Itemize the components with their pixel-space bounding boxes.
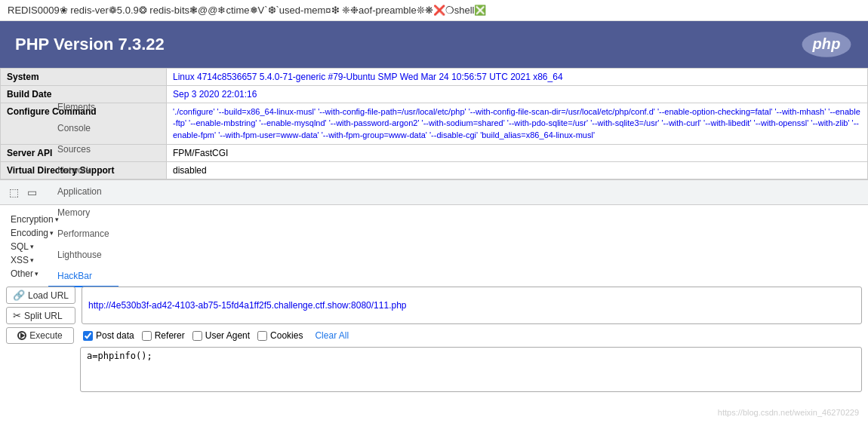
split-url-icon: ✂ bbox=[13, 310, 21, 321]
load-url-label: Load URL bbox=[28, 290, 69, 301]
php-logo: php bbox=[800, 30, 853, 59]
checkbox-input-cookies[interactable] bbox=[257, 331, 267, 341]
dropdown-arrow-icon: ▾ bbox=[30, 256, 34, 264]
checkbox-label-text: Post data bbox=[96, 330, 134, 341]
inspect-icon[interactable]: ⬚ bbox=[6, 185, 21, 200]
redis-text: REDIS0009❀ redis-ver❁5.0.9❂ redis-bits❃@… bbox=[8, 5, 486, 16]
checkbox-input-post-data[interactable] bbox=[83, 331, 93, 341]
menu-other[interactable]: Other▾ bbox=[6, 267, 43, 280]
load-url-icon: 🔗 bbox=[13, 290, 25, 301]
hackbar-menus: Encryption▾Encoding▾SQL▾XSS▾Other▾ bbox=[6, 213, 63, 280]
checkbox-input-user-agent[interactable] bbox=[192, 331, 202, 341]
php-table-value: './configure' '--build=x86_64-linux-musl… bbox=[167, 103, 868, 145]
post-data-area bbox=[6, 347, 862, 392]
tab-console[interactable]: Console bbox=[48, 118, 119, 139]
dropdown-arrow-icon: ▾ bbox=[55, 216, 59, 223]
menu-encoding[interactable]: Encoding▾ bbox=[6, 226, 58, 240]
dropdown-arrow-icon: ▾ bbox=[30, 243, 34, 250]
redis-bar: REDIS0009❀ redis-ver❁5.0.9❂ redis-bits❃@… bbox=[0, 0, 868, 21]
watermark-text: https://blog.csdn.net/weixin_46270229 bbox=[718, 408, 859, 417]
checkbox-label-text: Cookies bbox=[270, 330, 303, 341]
php-table-value: FPM/FastCGI bbox=[167, 145, 868, 162]
execute-row: Execute Post dataRefererUser AgentCookie… bbox=[6, 327, 862, 344]
checkbox-user-agent[interactable]: User Agent bbox=[192, 330, 250, 341]
dropdown-arrow-icon: ▾ bbox=[35, 270, 38, 277]
url-row: 🔗 Load URL ✂ Split URL bbox=[6, 287, 862, 324]
split-url-button[interactable]: ✂ Split URL bbox=[6, 307, 75, 324]
post-data-spacer bbox=[6, 347, 74, 392]
devtools-tabs-bar: ⬚ ▭ ElementsConsoleSourcesNetworkApplica… bbox=[0, 179, 868, 205]
device-icon[interactable]: ▭ bbox=[24, 185, 39, 200]
tab-elements[interactable]: Elements bbox=[48, 97, 119, 118]
php-info-table: SystemLinux 4714c8536657 5.4.0-71-generi… bbox=[0, 68, 868, 179]
split-url-label: Split URL bbox=[24, 311, 63, 321]
tab-network[interactable]: Network bbox=[48, 161, 119, 182]
php-version: PHP Version 7.3.22 bbox=[15, 35, 165, 54]
post-data-textarea[interactable] bbox=[80, 347, 862, 392]
checkboxes-group: Post dataRefererUser AgentCookies bbox=[83, 330, 303, 341]
checkbox-label-text: Referer bbox=[155, 330, 185, 341]
execute-label: Execute bbox=[29, 330, 62, 341]
tab-application[interactable]: Application bbox=[48, 182, 119, 203]
checkbox-referer[interactable]: Referer bbox=[142, 330, 185, 341]
watermark: https://blog.csdn.net/weixin_46270229 bbox=[718, 408, 859, 417]
php-table-row: SystemLinux 4714c8536657 5.4.0-71-generi… bbox=[1, 69, 868, 86]
php-table-row: Server APIFPM/FastCGI bbox=[1, 145, 868, 162]
php-table-value: disabled bbox=[167, 162, 868, 179]
execute-button[interactable]: Execute bbox=[6, 327, 74, 344]
load-url-button[interactable]: 🔗 Load URL bbox=[6, 287, 75, 304]
url-buttons-group: 🔗 Load URL ✂ Split URL bbox=[6, 287, 75, 324]
tab-sources[interactable]: Sources bbox=[48, 139, 119, 161]
checkbox-cookies[interactable]: Cookies bbox=[257, 330, 303, 341]
php-table-row: Configure Command'./configure' '--build=… bbox=[1, 103, 868, 145]
php-table-row: Virtual Directory Supportdisabled bbox=[1, 162, 868, 179]
svg-text:php: php bbox=[812, 35, 841, 52]
php-table-row: Build DateSep 3 2020 22:01:16 bbox=[1, 86, 868, 103]
devtools-icon-group: ⬚ ▭ bbox=[6, 185, 39, 200]
php-info-header: PHP Version 7.3.22 php bbox=[0, 21, 868, 68]
checkbox-post-data[interactable]: Post data bbox=[83, 330, 134, 341]
menu-xss[interactable]: XSS▾ bbox=[6, 253, 38, 267]
php-table-value: Linux 4714c8536657 5.4.0-71-generic #79-… bbox=[167, 69, 868, 86]
url-input[interactable] bbox=[82, 287, 862, 324]
clear-all-link[interactable]: Clear All bbox=[315, 330, 349, 341]
menu-sql[interactable]: SQL▾ bbox=[6, 240, 38, 253]
php-table-label: System bbox=[1, 69, 167, 86]
checkbox-label-text: User Agent bbox=[205, 330, 250, 341]
menu-encryption[interactable]: Encryption▾ bbox=[6, 213, 63, 226]
execute-icon bbox=[17, 331, 26, 340]
hackbar-menu-bar: Encryption▾Encoding▾SQL▾XSS▾Other▾ bbox=[6, 210, 862, 284]
checkbox-input-referer[interactable] bbox=[142, 331, 152, 341]
php-table-value: Sep 3 2020 22:01:16 bbox=[167, 86, 868, 103]
hackbar-panel: Encryption▾Encoding▾SQL▾XSS▾Other▾ 🔗 Loa… bbox=[0, 205, 868, 397]
dropdown-arrow-icon: ▾ bbox=[50, 229, 54, 237]
